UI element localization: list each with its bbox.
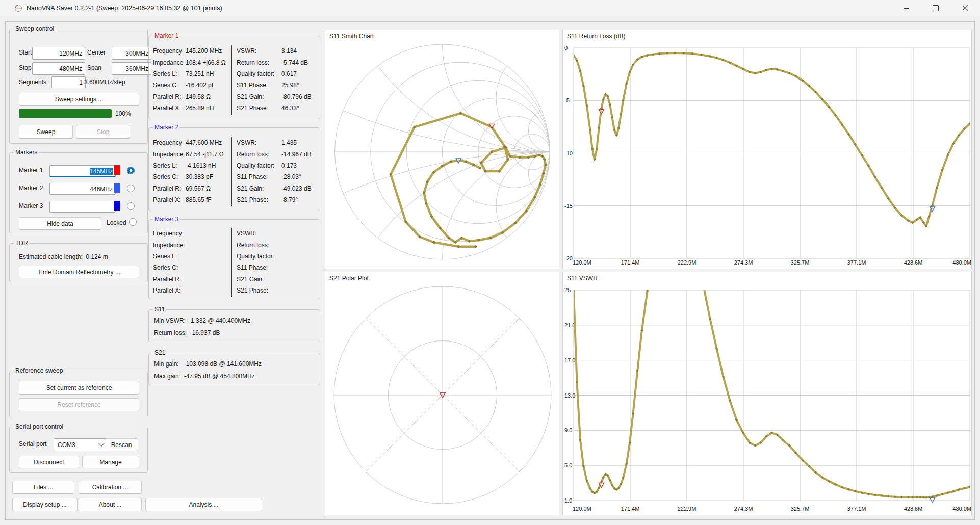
marker2-color-swatch[interactable] (114, 183, 120, 193)
marker3-radio[interactable] (127, 202, 135, 210)
marker-data-row: S11 Phase:25.98° (237, 80, 317, 91)
calibration-button[interactable]: Calibration ... (79, 481, 142, 494)
minimize-button[interactable] (891, 0, 921, 16)
manage-button[interactable]: Manage (82, 456, 139, 468)
marker-data-row: S11 Phase: (237, 262, 317, 273)
stop-label: Stop (19, 64, 32, 71)
marker-data-row: S21 Gain:-80.796 dB (237, 91, 317, 102)
center-input[interactable]: 300MHz (112, 47, 151, 60)
span-label: Span (87, 64, 101, 71)
marker1-color-swatch[interactable] (114, 165, 120, 175)
svg-text:0: 0 (564, 45, 568, 51)
s11-summary-panel: S11 Min VSWR: 1.332 @ 440.400MHz Return … (148, 309, 320, 342)
locked-radio[interactable] (129, 218, 137, 226)
marker-data-row: Parallel X:265.89 nH (153, 102, 229, 114)
maximize-icon (933, 5, 939, 11)
marker-data-row: Series C: (153, 262, 229, 273)
marker1-radio[interactable] (127, 167, 135, 174)
reset-reference-button[interactable]: Reset reference (19, 398, 139, 411)
smith-chart-canvas[interactable] (325, 30, 559, 269)
marker-data-row: Return loss: (237, 239, 317, 250)
marker1-panel-title: Marker 1 (153, 32, 180, 39)
vswr-chart-panel[interactable]: S11 VSWR 2521.017.013.09.05.01.0120.0M17… (562, 272, 972, 515)
segments-input[interactable]: 1 (51, 76, 86, 88)
marker1-input[interactable]: 145MHz (49, 165, 116, 177)
sweep-control-title: Sweep control (14, 25, 56, 32)
marker-data-row: Frequency447.600 MHz (153, 137, 229, 148)
svg-text:5.0: 5.0 (564, 462, 572, 468)
svg-text:171.4M: 171.4M (621, 506, 640, 512)
analysis-button[interactable]: Analysis ... (145, 498, 262, 511)
s11-min-vswr-text: Min VSWR: 1.332 @ 440.400MHz (154, 317, 250, 324)
return_loss-trace (572, 51, 971, 227)
s21-max-gain-text: Max gain: -47.95 dB @ 454.800MHz (154, 373, 255, 380)
marker1-data-panel: Marker 1 Frequency145.200 MHzImpedance10… (148, 36, 320, 119)
polar-chart-panel[interactable]: S21 Polar Plot (325, 272, 559, 515)
tdr-title: TDR (14, 240, 30, 247)
polar-chart-canvas[interactable] (325, 272, 559, 515)
rescan-button[interactable]: Rescan (105, 438, 138, 451)
return-loss-chart-panel[interactable]: S11 Return Loss (dB) 0-5-10-15-20120.0M1… (562, 30, 972, 269)
marker-data-row: Parallel X: (153, 285, 229, 296)
display-setup-button[interactable]: Display setup ... (12, 498, 78, 511)
marker-data-row: S21 Gain:-49.023 dB (237, 183, 317, 194)
smith-chart-panel[interactable]: S11 Smith Chart (325, 30, 559, 269)
svg-text:222.9M: 222.9M (678, 506, 697, 512)
stop-input[interactable]: 480MHz (32, 62, 85, 75)
about-button[interactable]: About ... (79, 498, 142, 511)
s21-min-gain-text: Min gain: -103.098 dB @ 141.600MHz (154, 360, 262, 368)
sweep-settings-button[interactable]: Sweep settings ... (19, 93, 139, 106)
marker2-label: Marker 2 (19, 185, 43, 192)
start-input[interactable]: 120MHz (32, 47, 85, 60)
marker-data-row: Impedance108.4 +j66.8 Ω (153, 57, 229, 68)
marker3-color-swatch[interactable] (114, 201, 120, 211)
svg-text:-10: -10 (564, 150, 573, 156)
marker2-triangle (930, 498, 935, 503)
vswr-chart-title: S11 VSWR (567, 275, 598, 282)
set-reference-button[interactable]: Set current as reference (19, 381, 139, 395)
marker-data-row: Impedance67.54 -j11.7 Ω (153, 148, 229, 160)
marker3-input[interactable] (49, 201, 116, 213)
svg-text:428.6M: 428.6M (904, 259, 923, 266)
svg-text:325.7M: 325.7M (791, 259, 810, 266)
stop-button[interactable]: Stop (76, 125, 130, 139)
span-input[interactable]: 360MHz (112, 62, 151, 75)
svg-text:9.0: 9.0 (564, 427, 572, 433)
tdr-button[interactable]: Time Domain Reflectometry ... (19, 266, 139, 278)
svg-text:480.0M: 480.0M (952, 259, 971, 266)
marker-data-row: Series L:-4.1613 nH (153, 160, 229, 171)
polar-chart-title: S21 Polar Plot (329, 275, 369, 282)
svg-text:25: 25 (564, 287, 571, 293)
close-button[interactable] (950, 0, 980, 16)
return_loss-axis-labels: 0-5-10-15-20120.0M171.4M222.9M274.3M325.… (564, 45, 971, 266)
marker1-panel-divider (231, 45, 232, 115)
marker3-panel-title: Marker 3 (153, 216, 180, 223)
disconnect-button[interactable]: Disconnect (19, 456, 79, 468)
marker2-radio[interactable] (127, 185, 135, 192)
marker-data-row: Return loss:-14.967 dB (237, 148, 317, 160)
s11-summary-title: S11 (153, 306, 166, 313)
marker3-left-column: Frequency:Impedance:Series L:Series C:Pa… (153, 228, 229, 296)
marker2-input[interactable]: 446MHz (49, 183, 116, 195)
return_loss-chart-canvas[interactable]: 0-5-10-15-20120.0M171.4M222.9M274.3M325.… (563, 30, 971, 269)
marker-data-row: Series C:-16.402 pF (153, 80, 229, 91)
marker2-left-column: Frequency447.600 MHzImpedance67.54 -j11.… (153, 137, 229, 205)
marker1-right-column: VSWR:3.134Return loss:-5.744 dBQuality f… (237, 45, 317, 114)
vswr-chart-canvas[interactable]: 2521.017.013.09.05.01.0120.0M171.4M222.9… (563, 272, 971, 515)
marker-data-row: S11 Phase:-28.03° (237, 171, 317, 182)
serial-port-select[interactable]: COM3 (54, 438, 108, 451)
hide-data-button[interactable]: Hide data (19, 217, 101, 230)
s21-summary-title: S21 (153, 349, 167, 356)
sweep-button[interactable]: Sweep (19, 125, 73, 139)
marker-data-row: Frequency145.200 MHz (153, 45, 229, 57)
smith-chart-title: S11 Smith Chart (329, 33, 374, 40)
marker-data-row: Series L: (153, 251, 229, 262)
svg-text:-5: -5 (564, 97, 570, 103)
vswr-grid (574, 290, 970, 501)
center-label: Center (87, 49, 106, 56)
files-button[interactable]: Files ... (12, 481, 74, 494)
sweep-progress-bar (19, 109, 112, 118)
maximize-button[interactable] (921, 0, 950, 16)
return_loss-grid (574, 48, 970, 258)
close-icon (962, 5, 968, 11)
